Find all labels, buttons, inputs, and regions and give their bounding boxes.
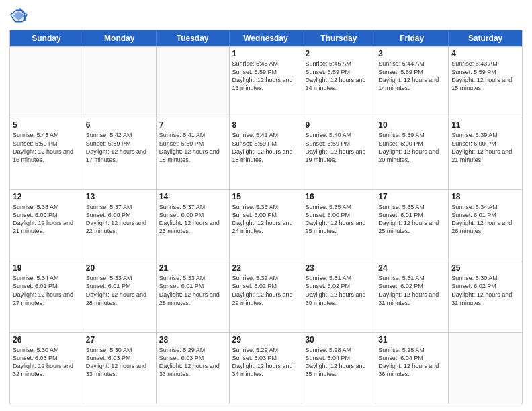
cell-info: Sunrise: 5:35 AMSunset: 6:00 PMDaylight:…	[305, 203, 372, 236]
day-cell-29: 29Sunrise: 5:29 AMSunset: 6:03 PMDayligh…	[230, 333, 303, 404]
day-cell-13: 13Sunrise: 5:37 AMSunset: 6:00 PMDayligh…	[83, 190, 157, 261]
calendar: SundayMondayTuesdayWednesdayThursdayFrid…	[9, 30, 523, 404]
cell-info: Sunrise: 5:29 AMSunset: 6:03 PMDaylight:…	[232, 346, 300, 379]
day-cell-11: 11Sunrise: 5:39 AMSunset: 6:00 PMDayligh…	[449, 118, 522, 189]
cell-info: Sunrise: 5:40 AMSunset: 5:59 PMDaylight:…	[305, 131, 372, 164]
cell-info: Sunrise: 5:44 AMSunset: 5:59 PMDaylight:…	[378, 60, 445, 93]
calendar-body: 1Sunrise: 5:45 AMSunset: 5:59 PMDaylight…	[10, 46, 522, 404]
day-cell-30: 30Sunrise: 5:28 AMSunset: 6:04 PMDayligh…	[302, 333, 375, 404]
cell-info: Sunrise: 5:41 AMSunset: 5:59 PMDaylight:…	[232, 131, 300, 164]
day-number: 3	[378, 49, 445, 58]
day-header-thursday: Thursday	[302, 30, 375, 46]
day-number: 14	[159, 192, 226, 201]
page-header	[9, 7, 523, 26]
logo-icon	[9, 7, 28, 26]
day-number: 9	[305, 120, 372, 130]
day-cell-5: 5Sunrise: 5:43 AMSunset: 5:59 PMDaylight…	[10, 118, 83, 189]
day-cell-14: 14Sunrise: 5:37 AMSunset: 6:00 PMDayligh…	[157, 190, 230, 261]
day-cell-16: 16Sunrise: 5:35 AMSunset: 6:00 PMDayligh…	[302, 190, 375, 261]
cell-info: Sunrise: 5:39 AMSunset: 6:00 PMDaylight:…	[378, 131, 445, 164]
day-cell-8: 8Sunrise: 5:41 AMSunset: 5:59 PMDaylight…	[230, 118, 303, 189]
day-cell-9: 9Sunrise: 5:40 AMSunset: 5:59 PMDaylight…	[302, 118, 375, 189]
day-number: 24	[378, 263, 445, 273]
day-number: 23	[305, 263, 372, 273]
cell-info: Sunrise: 5:35 AMSunset: 6:01 PMDaylight:…	[378, 203, 445, 236]
day-header-sunday: Sunday	[10, 30, 83, 46]
day-number: 18	[451, 192, 519, 201]
day-header-tuesday: Tuesday	[157, 30, 230, 46]
cell-info: Sunrise: 5:39 AMSunset: 6:00 PMDaylight:…	[451, 131, 519, 164]
day-cell-19: 19Sunrise: 5:34 AMSunset: 6:01 PMDayligh…	[10, 261, 83, 332]
day-number: 25	[451, 263, 519, 273]
day-number: 5	[13, 120, 80, 130]
cell-info: Sunrise: 5:28 AMSunset: 6:04 PMDaylight:…	[378, 346, 445, 379]
day-number: 2	[305, 49, 372, 58]
day-cell-17: 17Sunrise: 5:35 AMSunset: 6:01 PMDayligh…	[375, 190, 449, 261]
day-header-wednesday: Wednesday	[230, 30, 303, 46]
day-number: 8	[232, 120, 300, 130]
day-number: 6	[86, 120, 153, 130]
day-number: 17	[378, 192, 445, 201]
day-number: 27	[86, 335, 153, 345]
cell-info: Sunrise: 5:33 AMSunset: 6:01 PMDaylight:…	[86, 274, 153, 307]
day-number: 13	[86, 192, 153, 201]
calendar-week-1: 1Sunrise: 5:45 AMSunset: 5:59 PMDaylight…	[10, 46, 522, 118]
day-header-monday: Monday	[83, 30, 157, 46]
day-number: 11	[451, 120, 519, 130]
empty-cell	[83, 47, 157, 118]
day-cell-4: 4Sunrise: 5:43 AMSunset: 5:59 PMDaylight…	[449, 47, 522, 118]
day-number: 7	[159, 120, 226, 130]
day-cell-21: 21Sunrise: 5:33 AMSunset: 6:01 PMDayligh…	[157, 261, 230, 332]
day-cell-15: 15Sunrise: 5:36 AMSunset: 6:00 PMDayligh…	[230, 190, 303, 261]
day-number: 26	[13, 335, 80, 345]
cell-info: Sunrise: 5:29 AMSunset: 6:03 PMDaylight:…	[159, 346, 226, 379]
day-number: 28	[159, 335, 226, 345]
calendar-header: SundayMondayTuesdayWednesdayThursdayFrid…	[10, 30, 522, 46]
cell-info: Sunrise: 5:38 AMSunset: 6:00 PMDaylight:…	[13, 203, 80, 236]
cell-info: Sunrise: 5:30 AMSunset: 6:03 PMDaylight:…	[13, 346, 80, 379]
day-cell-18: 18Sunrise: 5:34 AMSunset: 6:01 PMDayligh…	[449, 190, 522, 261]
day-cell-24: 24Sunrise: 5:31 AMSunset: 6:02 PMDayligh…	[375, 261, 449, 332]
day-cell-2: 2Sunrise: 5:45 AMSunset: 5:59 PMDaylight…	[302, 47, 375, 118]
day-cell-6: 6Sunrise: 5:42 AMSunset: 5:59 PMDaylight…	[83, 118, 157, 189]
day-cell-12: 12Sunrise: 5:38 AMSunset: 6:00 PMDayligh…	[10, 190, 83, 261]
cell-info: Sunrise: 5:45 AMSunset: 5:59 PMDaylight:…	[305, 60, 372, 93]
empty-cell	[10, 47, 83, 118]
cell-info: Sunrise: 5:45 AMSunset: 5:59 PMDaylight:…	[232, 60, 300, 93]
day-cell-25: 25Sunrise: 5:30 AMSunset: 6:02 PMDayligh…	[449, 261, 522, 332]
day-number: 10	[378, 120, 445, 130]
day-number: 31	[378, 335, 445, 345]
cell-info: Sunrise: 5:34 AMSunset: 6:01 PMDaylight:…	[13, 274, 80, 307]
cell-info: Sunrise: 5:30 AMSunset: 6:03 PMDaylight:…	[86, 346, 153, 379]
cell-info: Sunrise: 5:34 AMSunset: 6:01 PMDaylight:…	[451, 203, 519, 236]
cell-info: Sunrise: 5:28 AMSunset: 6:04 PMDaylight:…	[305, 346, 372, 379]
calendar-week-4: 19Sunrise: 5:34 AMSunset: 6:01 PMDayligh…	[10, 261, 522, 332]
day-cell-28: 28Sunrise: 5:29 AMSunset: 6:03 PMDayligh…	[157, 333, 230, 404]
day-cell-20: 20Sunrise: 5:33 AMSunset: 6:01 PMDayligh…	[83, 261, 157, 332]
day-cell-23: 23Sunrise: 5:31 AMSunset: 6:02 PMDayligh…	[302, 261, 375, 332]
cell-info: Sunrise: 5:43 AMSunset: 5:59 PMDaylight:…	[13, 131, 80, 164]
day-cell-1: 1Sunrise: 5:45 AMSunset: 5:59 PMDaylight…	[230, 47, 303, 118]
calendar-week-3: 12Sunrise: 5:38 AMSunset: 6:00 PMDayligh…	[10, 189, 522, 261]
cell-info: Sunrise: 5:31 AMSunset: 6:02 PMDaylight:…	[378, 274, 445, 307]
cell-info: Sunrise: 5:41 AMSunset: 5:59 PMDaylight:…	[159, 131, 226, 164]
calendar-week-5: 26Sunrise: 5:30 AMSunset: 6:03 PMDayligh…	[10, 332, 522, 404]
cell-info: Sunrise: 5:30 AMSunset: 6:02 PMDaylight:…	[451, 274, 519, 307]
day-number: 20	[86, 263, 153, 273]
day-cell-7: 7Sunrise: 5:41 AMSunset: 5:59 PMDaylight…	[157, 118, 230, 189]
day-number: 12	[13, 192, 80, 201]
page: SundayMondayTuesdayWednesdayThursdayFrid…	[0, 0, 532, 411]
day-cell-22: 22Sunrise: 5:32 AMSunset: 6:02 PMDayligh…	[230, 261, 303, 332]
empty-cell	[157, 47, 230, 118]
cell-info: Sunrise: 5:33 AMSunset: 6:01 PMDaylight:…	[159, 274, 226, 307]
day-cell-31: 31Sunrise: 5:28 AMSunset: 6:04 PMDayligh…	[375, 333, 449, 404]
cell-info: Sunrise: 5:36 AMSunset: 6:00 PMDaylight:…	[232, 203, 300, 236]
cell-info: Sunrise: 5:43 AMSunset: 5:59 PMDaylight:…	[451, 60, 519, 93]
day-number: 22	[232, 263, 300, 273]
empty-cell	[449, 333, 522, 404]
day-number: 30	[305, 335, 372, 345]
day-number: 16	[305, 192, 372, 201]
day-number: 1	[232, 49, 300, 58]
logo	[9, 7, 31, 26]
cell-info: Sunrise: 5:42 AMSunset: 5:59 PMDaylight:…	[86, 131, 153, 164]
